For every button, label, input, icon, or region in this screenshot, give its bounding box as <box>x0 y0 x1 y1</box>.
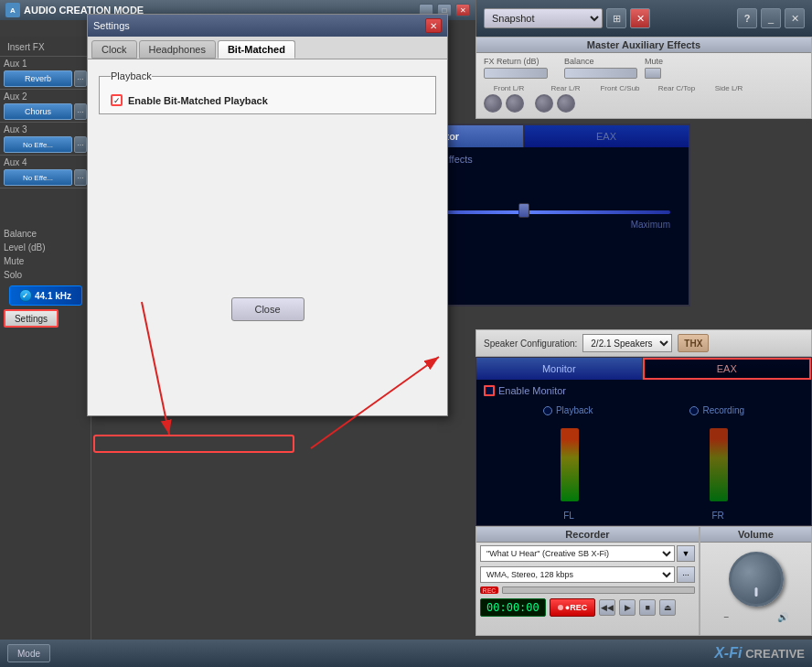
aux3-label: Aux 3 <box>4 124 87 134</box>
dialog-title-bar: Settings ✕ <box>88 15 447 37</box>
eject-btn[interactable]: ⏏ <box>659 599 676 616</box>
freq-check-icon: ✓ <box>19 289 32 302</box>
speaker-config-label: Speaker Configuration: <box>484 339 577 349</box>
aux4-dots-button[interactable]: ··· <box>74 169 87 186</box>
level-label: Level (dB) <box>0 241 91 254</box>
enable-bitmatched-checkbox[interactable]: ✓ <box>111 94 123 106</box>
monitor-bottom-tabs: Monitor EAX <box>476 358 811 380</box>
app-window: A AUDIO CREATION MODE _ □ ✕ Insert FX Au… <box>0 0 812 667</box>
aux2-button[interactable]: Chorus <box>4 103 72 120</box>
recorder-panel: Recorder "What U Hear" (Creative SB X-Fi… <box>475 526 700 636</box>
close-button[interactable]: Close <box>231 297 304 321</box>
close-app-btn[interactable]: ✕ <box>455 4 470 16</box>
mute-label: Mute <box>4 256 29 266</box>
freq-indicator: ✓ 44.1 kHz <box>9 285 82 306</box>
volume-speaker-icon[interactable]: 🔊 <box>777 612 788 622</box>
dialog-close-btn[interactable]: ✕ <box>425 18 442 33</box>
dialog-close-row: Close <box>99 297 436 321</box>
playback-radio[interactable]: Playback <box>543 405 593 415</box>
recorder-controls: 00:00:00 ●REC ◀◀ ▶ ■ ⏏ <box>476 596 699 619</box>
creative-logo: X-Fi CREATIVE <box>714 645 805 662</box>
balance-label: Balance <box>0 225 91 241</box>
playback-recording-row: Playback Recording <box>476 402 811 419</box>
dialog-tab-bitmatched[interactable]: Bit-Matched <box>218 40 295 59</box>
knob-front-lr[interactable] <box>484 94 502 113</box>
speaker-config-select[interactable]: 2/2.1 Speakers <box>582 334 672 352</box>
aux3-section: Aux 3 No Effe... ··· <box>0 123 91 156</box>
volume-title: Volume <box>700 527 811 543</box>
fl-fr-labels: FL FR <box>476 511 811 521</box>
window-close-btn[interactable]: ✕ <box>785 8 805 28</box>
aux1-dots-button[interactable]: ··· <box>74 70 87 87</box>
mute-fx-btn[interactable] <box>645 68 661 79</box>
solo-label: Solo <box>4 270 29 280</box>
overlay-tab-eax[interactable]: EAX <box>524 125 689 147</box>
balance-fx-slider[interactable] <box>564 68 637 79</box>
rewind-btn[interactable]: ◀◀ <box>599 599 615 616</box>
recorder-source-btn[interactable]: ▼ <box>677 545 695 562</box>
rec-button[interactable]: ●REC <box>550 598 595 617</box>
rec-dot-icon <box>558 605 563 610</box>
monitor-bottom-tab-eax[interactable]: EAX <box>643 358 812 380</box>
rec-progress-bar <box>502 586 695 594</box>
snapshot-close-btn[interactable]: ✕ <box>630 8 650 28</box>
recorder-format-btn[interactable]: ··· <box>677 566 695 583</box>
volume-knob[interactable] <box>729 552 784 607</box>
freq-value: 44.1 kHz <box>35 291 71 301</box>
bottom-bar: Mode X-Fi CREATIVE <box>0 640 812 667</box>
dialog-tab-headphones[interactable]: Headphones <box>139 40 216 59</box>
col-side-lr: Side L/R <box>710 84 747 92</box>
master-fx-panel: Master Auxiliary Effects FX Return (dB) … <box>475 37 812 119</box>
monitor-bottom-panel: Monitor EAX Enable Monitor Playback Reco… <box>475 357 812 526</box>
knob-rear-lr[interactable] <box>535 94 553 113</box>
app-icon: A <box>5 3 20 17</box>
help-btn[interactable]: ? <box>737 8 757 28</box>
aux4-label: Aux 4 <box>4 157 87 167</box>
volume-panel: Volume − 🔊 <box>700 526 812 636</box>
knob-indicator <box>754 587 757 597</box>
insert-fx-label: Insert FX <box>4 38 87 54</box>
snapshot-icon-btn[interactable]: ⊞ <box>606 8 626 28</box>
playback-fieldset: Playback ✓ Enable Bit-Matched Playback <box>99 70 436 114</box>
dialog-tab-clock[interactable]: Clock <box>91 40 137 59</box>
settings-label: Settings <box>15 314 48 324</box>
aux4-button[interactable]: No Effe... <box>4 169 72 186</box>
dialog-content: Playback ✓ Enable Bit-Matched Playback C… <box>88 59 447 332</box>
stop-btn[interactable]: ■ <box>639 599 656 616</box>
settings-button[interactable]: Settings <box>4 309 59 328</box>
aux1-button[interactable]: Reverb <box>4 70 72 87</box>
settings-dialog: Settings ✕ Clock Headphones Bit-Matched … <box>87 14 448 416</box>
master-fx-title: Master Auxiliary Effects <box>476 38 811 53</box>
fx-return-slider[interactable] <box>484 68 548 79</box>
eax-maximum-label: Maximum <box>631 220 670 230</box>
snapshot-select[interactable]: Snapshot <box>484 8 603 28</box>
monitor-bottom-tab-monitor[interactable]: Monitor <box>476 358 643 380</box>
fr-label: FR <box>711 511 723 521</box>
eax-slider-thumb[interactable] <box>518 203 529 218</box>
rec-light-indicator: REC <box>480 586 498 594</box>
recorder-source-select[interactable]: "What U Hear" (Creative SB X-Fi) <box>480 545 675 562</box>
enable-monitor-label: Enable Monitor <box>498 385 566 396</box>
enable-bitmatched-label: Enable Bit-Matched Playback <box>128 95 268 106</box>
mute-fx-label: Mute <box>645 57 663 66</box>
knob-rear-lr-2[interactable] <box>557 94 575 113</box>
aux3-button[interactable]: No Effe... <box>4 136 72 153</box>
aux3-dots-button[interactable]: ··· <box>74 136 87 153</box>
recording-radio[interactable]: Recording <box>689 405 744 415</box>
window-minimize-btn[interactable]: _ <box>761 8 781 28</box>
dialog-title-text: Settings <box>93 20 422 31</box>
volume-knob-area: − 🔊 <box>700 543 811 631</box>
knob-front-lr-2[interactable] <box>506 94 524 113</box>
thx-button[interactable]: THX <box>678 334 709 352</box>
play-btn[interactable]: ▶ <box>619 599 636 616</box>
vu-meter-area <box>476 419 811 511</box>
playback-radio-circle <box>543 406 552 415</box>
volume-minus-btn[interactable]: − <box>724 612 730 622</box>
mode-button[interactable]: Mode <box>7 644 50 662</box>
recorder-format-select[interactable]: WMA, Stereo, 128 kbps <box>480 566 675 583</box>
rec-indicator-row: REC <box>476 585 699 596</box>
recorder-source-row: "What U Hear" (Creative SB X-Fi) ▼ <box>476 543 699 565</box>
aux2-dots-button[interactable]: ··· <box>74 103 87 120</box>
enable-monitor-checkbox[interactable] <box>484 385 495 396</box>
time-display: 00:00:00 <box>480 598 546 617</box>
